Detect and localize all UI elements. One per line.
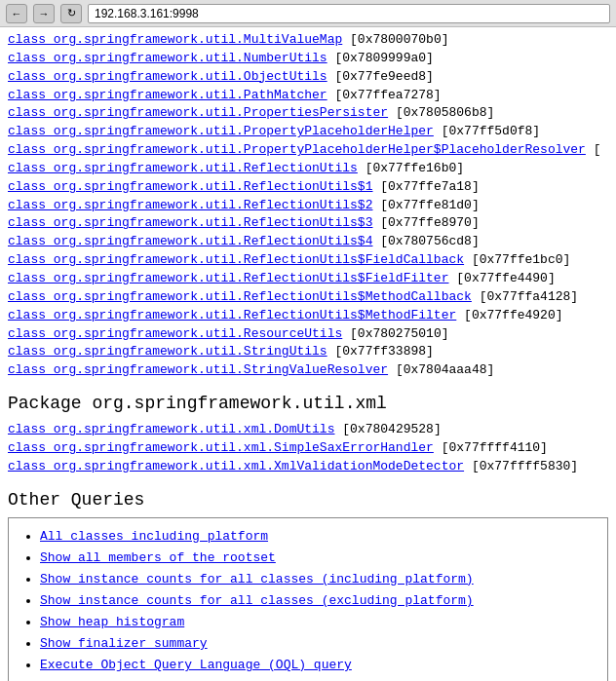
class-address: [0x77ffe81d0]	[372, 198, 479, 212]
class-link[interactable]: class org.springframework.util.xml.XmlVa…	[8, 459, 464, 473]
list-item: class org.springframework.util.ResourceU…	[8, 325, 608, 344]
query-link[interactable]: Show instance counts for all classes (in…	[40, 572, 474, 586]
query-link[interactable]: Execute Object Query Language (OQL) quer…	[40, 658, 352, 672]
class-address: [0x780275010]	[342, 326, 448, 341]
list-item: class org.springframework.util.Reflectio…	[8, 214, 608, 233]
class-link[interactable]: class org.springframework.util.Reflectio…	[8, 271, 448, 285]
xml-section: Package org.springframework.util.xml cla…	[8, 394, 608, 476]
class-address: [0x780756cd8]	[372, 234, 479, 248]
class-link[interactable]: class org.springframework.util.ObjectUti…	[8, 69, 327, 84]
queries-list: All classes including platformShow all m…	[20, 526, 596, 677]
list-item: class org.springframework.util.NumberUti…	[8, 50, 608, 68]
list-item: class org.springframework.util.Reflectio…	[8, 270, 608, 288]
list-item: Show instance counts for all classes (ex…	[40, 590, 596, 612]
class-link[interactable]: class org.springframework.util.Reflectio…	[8, 198, 372, 212]
other-queries-section: Other Queries All classes including plat…	[8, 490, 608, 681]
class-link[interactable]: class org.springframework.util.Reflectio…	[8, 215, 372, 230]
class-link[interactable]: class org.springframework.util.MultiValu…	[8, 32, 342, 47]
class-link[interactable]: class org.springframework.util.Reflectio…	[8, 179, 372, 194]
class-link[interactable]: class org.springframework.util.Reflectio…	[8, 161, 358, 175]
class-address: [0x77ffff5830]	[464, 459, 578, 473]
list-item: class org.springframework.util.xml.DomUt…	[8, 421, 608, 439]
class-address: [0x77ff33898]	[327, 344, 434, 359]
list-item: class org.springframework.util.Reflectio…	[8, 178, 608, 197]
list-item: class org.springframework.util.Reflectio…	[8, 288, 608, 307]
class-address: [0x77ffe16b0]	[358, 161, 464, 175]
class-address: [0x77ffe7a18]	[372, 179, 479, 194]
class-address: [0x77ffa4128]	[472, 289, 578, 304]
list-item: class org.springframework.util.Reflectio…	[8, 233, 608, 251]
query-link[interactable]: Show finalizer summary	[40, 636, 208, 651]
class-link[interactable]: class org.springframework.util.PropertyP…	[8, 142, 586, 157]
class-link[interactable]: class org.springframework.util.Reflectio…	[8, 234, 372, 248]
class-link[interactable]: class org.springframework.util.Reflectio…	[8, 308, 456, 322]
util-class-list: class org.springframework.util.MultiValu…	[8, 31, 608, 380]
other-queries-heading: Other Queries	[8, 490, 608, 510]
xml-class-list: class org.springframework.util.xml.DomUt…	[8, 421, 608, 476]
query-link[interactable]: Show all members of the rootset	[40, 550, 276, 565]
class-address: [0x77ffe4920]	[456, 308, 562, 322]
list-item: class org.springframework.util.StringUti…	[8, 343, 608, 361]
list-item: class org.springframework.util.xml.XmlVa…	[8, 458, 608, 476]
list-item: class org.springframework.util.Reflectio…	[8, 197, 608, 215]
queries-box: All classes including platformShow all m…	[8, 517, 608, 681]
address-bar[interactable]	[88, 4, 610, 23]
list-item: class org.springframework.util.StringVal…	[8, 361, 608, 380]
class-address: [0x77ffff4110]	[434, 440, 548, 455]
list-item: Show heap histogram	[40, 612, 596, 633]
refresh-button[interactable]: ↻	[60, 4, 82, 23]
query-link[interactable]: Show heap histogram	[40, 615, 184, 629]
list-item: Show instance counts for all classes (in…	[40, 569, 596, 590]
class-link[interactable]: class org.springframework.util.NumberUti…	[8, 51, 327, 65]
xml-section-heading: Package org.springframework.util.xml	[8, 394, 608, 413]
class-address: [0x77fe9eed8]	[327, 69, 434, 84]
list-item: Show all members of the rootset	[40, 548, 596, 569]
class-link[interactable]: class org.springframework.util.xml.Simpl…	[8, 440, 434, 455]
query-link[interactable]: Show instance counts for all classes (ex…	[40, 593, 474, 608]
class-link[interactable]: class org.springframework.util.Propertie…	[8, 105, 388, 120]
list-item: Execute Object Query Language (OQL) quer…	[40, 655, 596, 676]
list-item: class org.springframework.util.Propertie…	[8, 104, 608, 123]
list-item: class org.springframework.util.Reflectio…	[8, 251, 608, 270]
class-address: [	[586, 142, 601, 157]
list-item: class org.springframework.util.PropertyP…	[8, 141, 608, 160]
class-address: [0x77ff5d0f8]	[434, 124, 540, 138]
browser-toolbar: ← → ↻	[0, 0, 616, 27]
class-address: [0x77ffe1bc0]	[464, 252, 570, 267]
class-link[interactable]: class org.springframework.util.PropertyP…	[8, 124, 434, 138]
list-item: class org.springframework.util.PropertyP…	[8, 123, 608, 141]
class-address: [0x77ffe8970]	[372, 215, 479, 230]
class-address: [0x780429528]	[334, 422, 441, 436]
class-link[interactable]: class org.springframework.util.Reflectio…	[8, 289, 472, 304]
class-link[interactable]: class org.springframework.util.PathMatch…	[8, 88, 327, 102]
list-item: Show finalizer summary	[40, 633, 596, 655]
list-item: class org.springframework.util.PathMatch…	[8, 87, 608, 105]
class-address: [0x77ffe4490]	[448, 271, 555, 285]
class-address: [0x7800070b0]	[342, 32, 448, 47]
class-address: [0x7804aaa48]	[388, 362, 494, 377]
class-link[interactable]: class org.springframework.util.StringVal…	[8, 362, 388, 377]
class-address: [0x7809999a0]	[327, 51, 434, 65]
list-item: All classes including platform	[40, 526, 596, 548]
list-item: class org.springframework.util.MultiValu…	[8, 31, 608, 50]
class-address: [0x7805806b8]	[388, 105, 494, 120]
list-item: class org.springframework.util.ObjectUti…	[8, 68, 608, 87]
class-link[interactable]: class org.springframework.util.Reflectio…	[8, 252, 464, 267]
class-link[interactable]: class org.springframework.util.StringUti…	[8, 344, 327, 359]
page-content: class org.springframework.util.MultiValu…	[0, 27, 616, 681]
back-button[interactable]: ←	[6, 4, 27, 23]
class-link[interactable]: class org.springframework.util.xml.DomUt…	[8, 422, 334, 436]
class-link[interactable]: class org.springframework.util.ResourceU…	[8, 326, 342, 341]
forward-button[interactable]: →	[33, 4, 55, 23]
query-link[interactable]: All classes including platform	[40, 529, 268, 544]
list-item: class org.springframework.util.xml.Simpl…	[8, 439, 608, 458]
list-item: class org.springframework.util.Reflectio…	[8, 307, 608, 325]
class-address: [0x77ffea7278]	[327, 88, 442, 102]
list-item: class org.springframework.util.Reflectio…	[8, 160, 608, 178]
